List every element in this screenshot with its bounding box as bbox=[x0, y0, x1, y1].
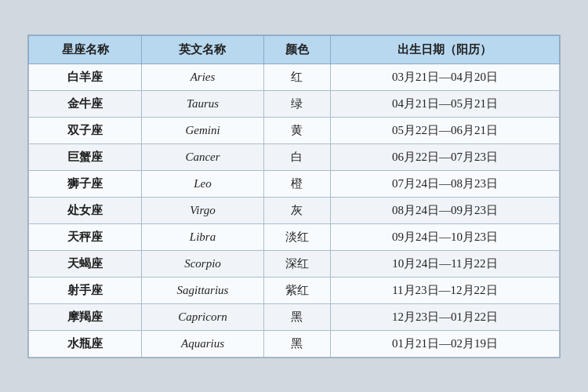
cell-dates: 11月23日—12月22日 bbox=[330, 277, 559, 303]
cell-chinese-name: 白羊座 bbox=[29, 64, 142, 90]
cell-chinese-name: 狮子座 bbox=[29, 170, 142, 197]
cell-color: 黄 bbox=[263, 117, 330, 143]
cell-color: 灰 bbox=[263, 197, 330, 223]
table-row: 白羊座Aries红03月21日—04月20日 bbox=[29, 64, 560, 90]
cell-english-name: Gemini bbox=[142, 117, 264, 143]
cell-dates: 06月22日—07月23日 bbox=[330, 143, 559, 170]
cell-english-name: Sagittarius bbox=[142, 277, 264, 303]
cell-color: 红 bbox=[263, 64, 330, 90]
cell-color: 紫红 bbox=[263, 277, 330, 303]
cell-english-name: Libra bbox=[142, 223, 264, 250]
zodiac-table-container: 星座名称 英文名称 颜色 出生日期（阳历） 白羊座Aries红03月21日—04… bbox=[27, 34, 561, 358]
cell-color: 黑 bbox=[263, 330, 330, 357]
cell-english-name: Taurus bbox=[142, 90, 264, 117]
cell-chinese-name: 天秤座 bbox=[29, 223, 142, 250]
cell-chinese-name: 水瓶座 bbox=[29, 330, 142, 357]
cell-dates: 01月21日—02月19日 bbox=[330, 330, 559, 357]
table-body: 白羊座Aries红03月21日—04月20日金牛座Taurus绿04月21日—0… bbox=[29, 64, 560, 357]
cell-chinese-name: 处女座 bbox=[29, 197, 142, 223]
cell-dates: 03月21日—04月20日 bbox=[330, 64, 559, 90]
table-row: 水瓶座Aquarius黑01月21日—02月19日 bbox=[29, 330, 560, 357]
table-row: 狮子座Leo橙07月24日—08月23日 bbox=[29, 170, 560, 197]
cell-dates: 07月24日—08月23日 bbox=[330, 170, 559, 197]
cell-chinese-name: 摩羯座 bbox=[29, 303, 142, 330]
table-row: 双子座Gemini黄05月22日—06月21日 bbox=[29, 117, 560, 143]
cell-english-name: Cancer bbox=[142, 143, 264, 170]
cell-english-name: Leo bbox=[142, 170, 264, 197]
cell-color: 白 bbox=[263, 143, 330, 170]
header-english-name: 英文名称 bbox=[142, 35, 264, 64]
cell-english-name: Scorpio bbox=[142, 250, 264, 277]
cell-color: 深红 bbox=[263, 250, 330, 277]
cell-dates: 08月24日—09月23日 bbox=[330, 197, 559, 223]
header-dates: 出生日期（阳历） bbox=[330, 35, 559, 64]
cell-color: 橙 bbox=[263, 170, 330, 197]
cell-chinese-name: 天蝎座 bbox=[29, 250, 142, 277]
cell-dates: 04月21日—05月21日 bbox=[330, 90, 559, 117]
cell-color: 黑 bbox=[263, 303, 330, 330]
cell-dates: 10月24日—11月22日 bbox=[330, 250, 559, 277]
table-row: 金牛座Taurus绿04月21日—05月21日 bbox=[29, 90, 560, 117]
cell-english-name: Aries bbox=[142, 64, 264, 90]
cell-chinese-name: 金牛座 bbox=[29, 90, 142, 117]
cell-chinese-name: 射手座 bbox=[29, 277, 142, 303]
table-row: 天秤座Libra淡红09月24日—10月23日 bbox=[29, 223, 560, 250]
header-chinese-name: 星座名称 bbox=[29, 35, 142, 64]
table-header-row: 星座名称 英文名称 颜色 出生日期（阳历） bbox=[29, 35, 560, 64]
zodiac-table: 星座名称 英文名称 颜色 出生日期（阳历） 白羊座Aries红03月21日—04… bbox=[28, 35, 560, 358]
cell-english-name: Aquarius bbox=[142, 330, 264, 357]
cell-chinese-name: 巨蟹座 bbox=[29, 143, 142, 170]
cell-dates: 09月24日—10月23日 bbox=[330, 223, 559, 250]
cell-color: 淡红 bbox=[263, 223, 330, 250]
cell-english-name: Capricorn bbox=[142, 303, 264, 330]
cell-english-name: Virgo bbox=[142, 197, 264, 223]
table-row: 摩羯座Capricorn黑12月23日—01月22日 bbox=[29, 303, 560, 330]
header-color: 颜色 bbox=[263, 35, 330, 64]
cell-chinese-name: 双子座 bbox=[29, 117, 142, 143]
table-row: 巨蟹座Cancer白06月22日—07月23日 bbox=[29, 143, 560, 170]
table-row: 射手座Sagittarius紫红11月23日—12月22日 bbox=[29, 277, 560, 303]
table-row: 处女座Virgo灰08月24日—09月23日 bbox=[29, 197, 560, 223]
cell-dates: 12月23日—01月22日 bbox=[330, 303, 559, 330]
cell-dates: 05月22日—06月21日 bbox=[330, 117, 559, 143]
table-row: 天蝎座Scorpio深红10月24日—11月22日 bbox=[29, 250, 560, 277]
cell-color: 绿 bbox=[263, 90, 330, 117]
